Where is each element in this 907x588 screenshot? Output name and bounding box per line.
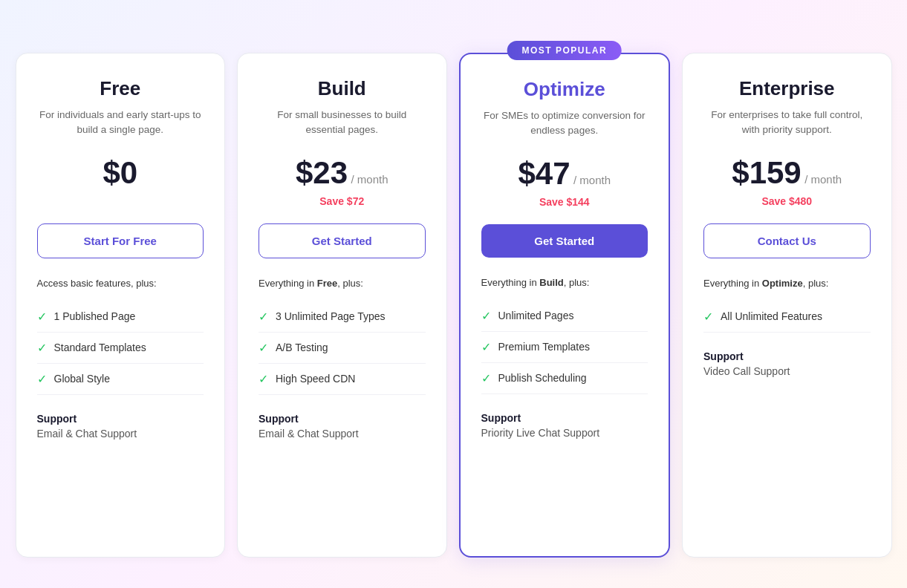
plan-name-optimize: Optimize xyxy=(481,78,648,101)
plan-btn-enterprise[interactable]: Contact Us xyxy=(703,223,871,258)
plan-price-optimize: $47 / month xyxy=(481,156,648,192)
check-icon: ✓ xyxy=(37,372,47,386)
feature-text: High Speed CDN xyxy=(276,373,355,385)
feature-item: ✓ 3 Unlimited Page Types xyxy=(259,301,426,333)
plan-price-enterprise: $159 / month xyxy=(703,155,871,191)
plan-name-free: Free xyxy=(37,77,204,100)
support-section-free: Support Email & Chat Support xyxy=(37,413,204,440)
plan-name-build: Build xyxy=(259,77,426,100)
feature-text: 1 Published Page xyxy=(54,310,136,322)
feature-text: Premium Templates xyxy=(498,341,590,353)
plan-btn-free[interactable]: Start For Free xyxy=(37,223,204,258)
support-section-enterprise: Support Video Call Support xyxy=(703,350,871,377)
price-period-build: / month xyxy=(351,173,389,186)
check-icon: ✓ xyxy=(481,309,491,323)
price-save-enterprise: Save $480 xyxy=(703,195,871,210)
check-icon: ✓ xyxy=(703,310,713,324)
popular-badge: MOST POPULAR xyxy=(507,41,622,60)
plan-card-enterprise: EnterpriseFor enterprises to take full c… xyxy=(682,53,892,558)
plan-desc-enterprise: For enterprises to take full control, wi… xyxy=(703,108,871,140)
feature-item: ✓ All Unlimited Features xyxy=(703,301,871,333)
price-period-optimize: / month xyxy=(573,174,611,186)
feature-item: ✓ Publish Scheduling xyxy=(481,363,648,394)
price-amount-build: $23 xyxy=(296,155,348,190)
price-save-free xyxy=(37,195,204,210)
plan-price-build: $23 / month xyxy=(259,155,426,191)
support-value-enterprise: Video Call Support xyxy=(703,365,871,377)
features-header-free: Access basic features, plus: xyxy=(37,276,204,291)
plan-price-free: $0 xyxy=(37,155,204,191)
price-amount-free: $0 xyxy=(103,155,137,190)
plan-desc-optimize: For SMEs to optimize conversion for endl… xyxy=(481,108,648,141)
feature-item: ✓ High Speed CDN xyxy=(259,364,426,395)
features-header-enterprise: Everything in Optimize, plus: xyxy=(703,276,871,291)
plan-name-enterprise: Enterprise xyxy=(703,77,871,100)
feature-item: ✓ Standard Templates xyxy=(37,333,204,364)
support-title-free: Support xyxy=(37,413,204,425)
support-value-optimize: Priority Live Chat Support xyxy=(481,427,648,439)
check-icon: ✓ xyxy=(259,341,268,355)
price-amount-enterprise: $159 xyxy=(732,155,801,190)
feature-text: 3 Unlimited Page Types xyxy=(276,310,386,322)
price-period-enterprise: / month xyxy=(804,173,842,186)
support-title-build: Support xyxy=(259,413,426,425)
pricing-container: FreeFor individuals and early start-ups … xyxy=(16,30,892,558)
check-icon: ✓ xyxy=(37,310,47,324)
price-save-optimize: Save $144 xyxy=(481,196,648,211)
features-header-build: Everything in Free, plus: xyxy=(259,276,426,291)
feature-text: Publish Scheduling xyxy=(498,372,587,384)
support-value-build: Email & Chat Support xyxy=(259,428,426,440)
plan-card-build: BuildFor small businesses to build essen… xyxy=(237,53,447,558)
plan-card-free: FreeFor individuals and early start-ups … xyxy=(16,53,226,558)
check-icon: ✓ xyxy=(481,371,491,385)
plan-btn-optimize[interactable]: Get Started xyxy=(481,224,648,258)
feature-item: ✓ Unlimited Pages xyxy=(481,301,648,332)
feature-text: A/B Testing xyxy=(276,342,328,353)
feature-text: Unlimited Pages xyxy=(498,310,574,321)
support-section-build: Support Email & Chat Support xyxy=(259,413,426,440)
feature-item: ✓ Global Style xyxy=(37,364,204,395)
support-title-enterprise: Support xyxy=(703,350,871,362)
feature-list-optimize: ✓ Unlimited Pages ✓ Premium Templates ✓ … xyxy=(481,301,648,394)
check-icon: ✓ xyxy=(259,372,268,386)
price-amount-optimize: $47 xyxy=(518,156,570,191)
feature-text: Global Style xyxy=(54,373,110,385)
feature-list-enterprise: ✓ All Unlimited Features xyxy=(703,301,871,333)
feature-text: Standard Templates xyxy=(54,342,146,353)
support-value-free: Email & Chat Support xyxy=(37,428,204,440)
plan-btn-build[interactable]: Get Started xyxy=(259,223,426,258)
support-title-optimize: Support xyxy=(481,412,648,424)
feature-item: ✓ 1 Published Page xyxy=(37,301,204,333)
check-icon: ✓ xyxy=(481,340,491,354)
plan-card-optimize: MOST POPULAROptimizeFor SMEs to optimize… xyxy=(459,53,671,558)
check-icon: ✓ xyxy=(37,341,47,355)
feature-text: All Unlimited Features xyxy=(721,310,822,322)
plan-desc-build: For small businesses to build essential … xyxy=(259,108,426,140)
check-icon: ✓ xyxy=(259,310,268,324)
features-header-optimize: Everything in Build, plus: xyxy=(481,275,648,290)
feature-item: ✓ A/B Testing xyxy=(259,333,426,364)
feature-list-free: ✓ 1 Published Page ✓ Standard Templates … xyxy=(37,301,204,395)
plan-desc-free: For individuals and early start-ups to b… xyxy=(37,108,204,140)
feature-item: ✓ Premium Templates xyxy=(481,332,648,363)
support-section-optimize: Support Priority Live Chat Support xyxy=(481,412,648,439)
feature-list-build: ✓ 3 Unlimited Page Types ✓ A/B Testing ✓… xyxy=(259,301,426,395)
price-save-build: Save $72 xyxy=(259,195,426,210)
